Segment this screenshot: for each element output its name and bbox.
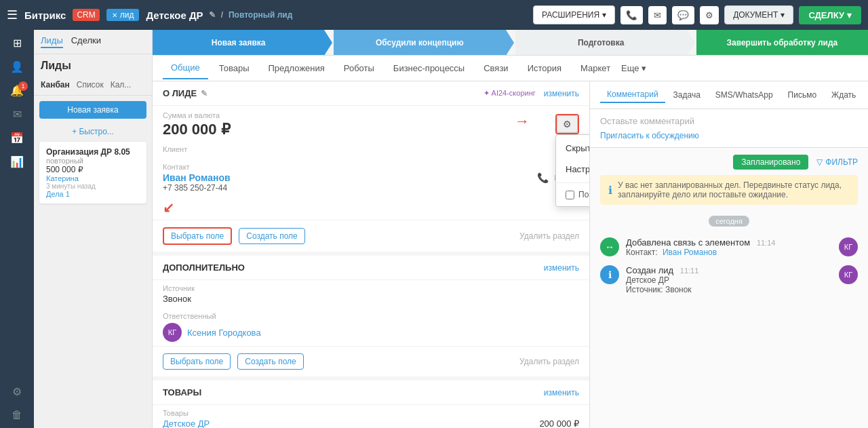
tab-roboty[interactable]: Роботы [336, 58, 382, 79]
ktab-kanban[interactable]: Канбан [41, 80, 70, 90]
tab-sdelki[interactable]: Сделки [71, 35, 101, 48]
stage-3[interactable]: Подготовка [515, 30, 687, 55]
tab-more[interactable]: Еще ▾ [621, 63, 646, 73]
ktab-cal[interactable]: Кал... [111, 80, 132, 90]
create-field-btn-olide[interactable]: Создать поле [239, 228, 305, 244]
quick-add-btn[interactable]: + Быстро... [34, 124, 152, 139]
client-label: Клиент [163, 145, 579, 153]
invite-link[interactable]: Пригласить к обсуждению [600, 131, 699, 140]
section-title-olide: О ЛИДЕ ✎ [163, 88, 208, 98]
responsible-field: Ответственный КГ Ксения Городкова [153, 308, 589, 346]
sidebar-icon-profile[interactable]: 👤 [10, 60, 24, 73]
comment-tabs: Комментарий Задача SMS/WhatsApp Письмо Ж… [590, 81, 868, 109]
stage-2[interactable]: Обсудили концепцию [334, 30, 505, 55]
create-field-btn-dop[interactable]: Создать поле [237, 353, 304, 370]
lide-close-icon[interactable]: ✕ [112, 12, 117, 19]
contact-name[interactable]: Иван Романов [163, 172, 231, 183]
sidebar-icon-settings[interactable]: ⚙ [12, 385, 22, 398]
sidebar-icon-chart[interactable]: 📊 [10, 155, 24, 168]
filter-button[interactable]: ▽ ФИЛЬТР [816, 157, 858, 167]
delete-section-dop[interactable]: Удалить раздел [519, 357, 579, 366]
product-name[interactable]: Детское ДР [163, 419, 210, 428]
phone-button[interactable]: 📞 [620, 6, 643, 24]
o-lide-header: О ЛИДЕ ✎ ✦ AI24-скоринг изменить [153, 81, 589, 106]
timeline-icon-1: ↔ [600, 237, 619, 256]
gear-area: ⚙ Скрыть Настроить Показывать всегда [555, 114, 579, 134]
tab-tovary[interactable]: Товары [211, 58, 258, 79]
document-button[interactable]: ДОКУМЕНТ ▾ [724, 5, 793, 24]
crm-list-item: Организация ДР 8.05 повторный 500 000 ₽ … [39, 142, 146, 203]
item-deals[interactable]: Дела 1 [46, 190, 140, 198]
comment-placeholder[interactable]: Оставьте комментарий [600, 116, 858, 126]
settings-menu-item[interactable]: Настроить [556, 159, 590, 180]
sidebar-icon-trash[interactable]: 🗑 [12, 409, 22, 421]
ctab-zhdat[interactable]: Ждать [825, 87, 863, 102]
sidebar-icon-home[interactable]: ⊞ [13, 37, 22, 50]
sidebar-icon-calendar[interactable]: 📅 [10, 132, 24, 144]
crm-tag[interactable]: CRM [73, 9, 99, 21]
rasshireniya-button[interactable]: РАСШИРЕНИЯ ▾ [533, 5, 615, 24]
crm-panel: Лиды Сделки Лиды Канбан Список Кал... Но… [34, 30, 153, 428]
dopolnitelno-block: ДОПОЛНИТЕЛЬНО изменить Источник Звонок О… [153, 252, 589, 376]
tovary-change-link[interactable]: изменить [544, 388, 579, 397]
ctab-zoom[interactable]: Zoom [864, 87, 868, 102]
hamburger-icon[interactable]: ☰ [7, 7, 18, 22]
tab-market[interactable]: Маркет [572, 58, 618, 79]
form-panel: О ЛИДЕ ✎ ✦ AI24-скоринг изменить Сумма и… [153, 81, 590, 428]
sum-label: Сумма и валюта [163, 111, 231, 119]
zapla-button[interactable]: Запланировано [733, 155, 808, 170]
event2-sub: Детское ДР Источник: Звонок [626, 275, 832, 294]
comment-input-area: Оставьте комментарий Пригласить к обсужд… [590, 109, 868, 148]
title-edit-icon[interactable]: ✎ [209, 10, 216, 20]
responsible-name[interactable]: Ксения Городкова [187, 328, 261, 338]
dop-change-link[interactable]: изменить [544, 263, 579, 273]
ctab-zadacha[interactable]: Задача [667, 87, 707, 102]
ktab-list[interactable]: Список [77, 80, 104, 90]
tab-svyazi[interactable]: Связи [475, 58, 516, 79]
gear-button[interactable]: ⚙ [557, 115, 578, 133]
new-zayavka-btn[interactable]: Новая заявка [39, 101, 146, 119]
info-icon: ℹ [608, 184, 612, 197]
delete-section-olide[interactable]: Удалить раздел [519, 231, 579, 241]
select-field-btn-olide[interactable]: Выбрать поле [163, 227, 232, 245]
stage-4[interactable]: Завершить обработку лида [696, 30, 868, 55]
responsible-label: Ответственный [163, 312, 579, 320]
timeline-icon-2: ℹ [600, 265, 619, 284]
sidebar-icon-mail[interactable]: ✉ [13, 108, 22, 121]
tab-obshie[interactable]: Общие [163, 57, 208, 79]
dop-field-buttons: Выбрать поле Создать поле Удалить раздел [153, 346, 589, 376]
ctab-pismo[interactable]: Письмо [781, 87, 824, 102]
org-name: Организация ДР 8.05 [46, 147, 140, 157]
avatar-responsible: КГ [163, 323, 182, 342]
event2-title: Создан лид [626, 265, 673, 275]
crm-tabs: Лиды Сделки [41, 35, 101, 48]
email-button[interactable]: ✉ [648, 6, 667, 24]
source-label: Источник [163, 284, 579, 292]
tab-predlozheniya[interactable]: Предложения [260, 58, 332, 79]
right-panel: Комментарий Задача SMS/WhatsApp Письмо Ж… [590, 81, 868, 428]
timeline-item-1: ↔ Добавлена связь с элементом 11:14 Конт… [600, 237, 858, 257]
olide-edit-icon[interactable]: ✎ [201, 89, 208, 98]
tab-istoriya[interactable]: История [519, 58, 570, 79]
olide-change-link[interactable]: изменить [544, 89, 579, 98]
tab-biznes[interactable]: Бизнес-процессы [385, 58, 473, 79]
source-value: Звонок [163, 294, 579, 304]
lide-tag[interactable]: ✕ лид [106, 9, 140, 21]
ctab-sms[interactable]: SMS/WhatsApp [709, 87, 780, 102]
hide-menu-item[interactable]: Скрыть [556, 138, 590, 159]
ai-badge[interactable]: ✦ AI24-скоринг [484, 89, 536, 98]
event1-link[interactable]: Иван Романов [663, 248, 717, 257]
ctab-comment[interactable]: Комментарий [600, 87, 665, 103]
sidebar-icon-notifications[interactable]: 🔔 1 [10, 84, 24, 97]
select-field-btn-dop[interactable]: Выбрать поле [163, 353, 231, 370]
sdelku-button[interactable]: СДЕЛКУ ▾ [799, 6, 861, 24]
stage-1[interactable]: Новая заявка [153, 30, 324, 55]
tab-lidy[interactable]: Лиды [41, 35, 63, 48]
always-show-checkbox[interactable] [566, 191, 574, 199]
contact-phone-icon[interactable]: 📞 [537, 172, 549, 183]
sum-value: 200 000 ₽ [163, 121, 231, 138]
always-show-row[interactable]: Показывать всегда [556, 186, 590, 203]
kanban-tabs: Канбан Список Кал... [34, 77, 152, 96]
chat-button[interactable]: 💬 [672, 6, 694, 24]
settings-button[interactable]: ⚙ [700, 6, 719, 24]
